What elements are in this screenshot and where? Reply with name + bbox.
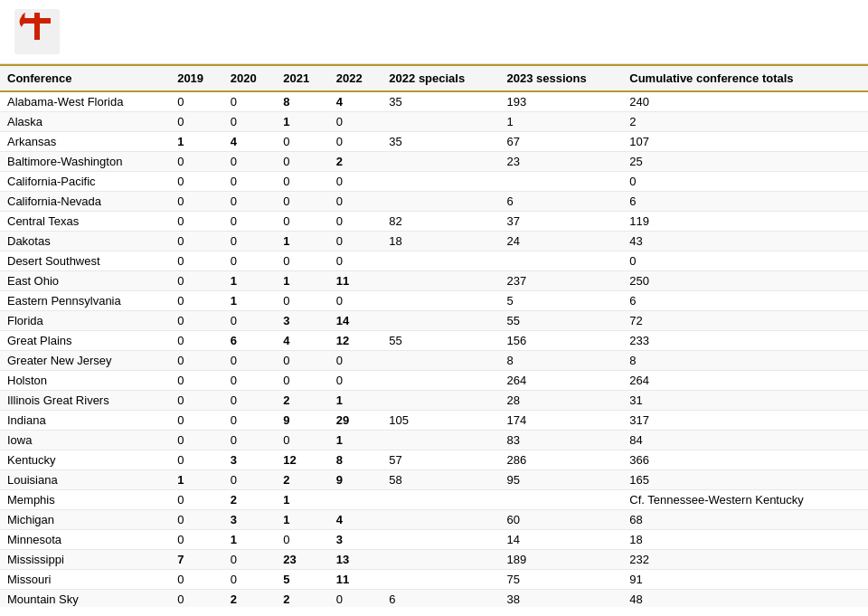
cell-0-1: 0 <box>170 91 223 112</box>
cell-12-2: 6 <box>223 331 277 351</box>
cell-15-4: 1 <box>329 391 382 411</box>
cell-10-4: 0 <box>329 291 382 311</box>
cell-25-2: 2 <box>223 590 277 608</box>
cell-2-1: 1 <box>170 132 223 152</box>
cell-20-0: Memphis <box>0 490 170 510</box>
cell-5-5 <box>382 192 499 212</box>
cell-0-3: 8 <box>276 91 329 112</box>
cell-13-2: 0 <box>223 351 277 371</box>
cell-4-2: 0 <box>223 172 277 192</box>
cell-24-5 <box>382 570 499 590</box>
cell-0-6: 193 <box>499 91 622 112</box>
cell-8-5 <box>382 251 499 271</box>
cell-13-7: 8 <box>622 351 868 371</box>
cell-14-4: 0 <box>329 371 382 391</box>
cell-4-3: 0 <box>276 172 329 192</box>
table-row: Desert Southwest00000 <box>0 251 868 271</box>
cell-19-6: 95 <box>499 470 622 490</box>
col-header-7: Cumulative conference totals <box>622 65 868 91</box>
cell-21-6: 60 <box>499 510 622 530</box>
cell-14-1: 0 <box>170 371 223 391</box>
cell-15-5 <box>382 391 499 411</box>
table-row: East Ohio01111237250 <box>0 271 868 291</box>
cell-13-5 <box>382 351 499 371</box>
cell-5-0: California-Nevada <box>0 192 170 212</box>
cell-11-1: 0 <box>170 311 223 331</box>
cell-5-1: 0 <box>170 192 223 212</box>
cell-22-1: 0 <box>170 530 223 550</box>
cell-6-6: 37 <box>499 212 622 232</box>
cell-1-7: 2 <box>622 112 868 132</box>
cell-17-7: 84 <box>622 431 868 450</box>
cell-10-1: 0 <box>170 291 223 311</box>
cell-24-0: Missouri <box>0 570 170 590</box>
cell-12-0: Great Plains <box>0 331 170 351</box>
cell-5-3: 0 <box>276 192 329 212</box>
table-row: Illinois Great Rivers00212831 <box>0 391 868 411</box>
cell-12-4: 12 <box>329 331 382 351</box>
cell-3-2: 0 <box>223 152 277 172</box>
svg-rect-2 <box>24 18 51 24</box>
cell-19-3: 2 <box>276 470 329 490</box>
cell-25-7: 48 <box>622 590 868 608</box>
cell-6-0: Central Texas <box>0 212 170 232</box>
data-table-container[interactable]: Conference20192020202120222022 specials2… <box>0 64 868 607</box>
cell-7-5: 18 <box>382 232 499 251</box>
cell-10-2: 1 <box>223 291 277 311</box>
cell-18-2: 3 <box>223 450 277 470</box>
table-row: Central Texas00008237119 <box>0 212 868 232</box>
cell-3-1: 0 <box>170 152 223 172</box>
cell-23-2: 0 <box>223 550 277 570</box>
cell-6-3: 0 <box>276 212 329 232</box>
cell-2-0: Arkansas <box>0 132 170 152</box>
cell-7-4: 0 <box>329 232 382 251</box>
table-row: Greater New Jersey000088 <box>0 351 868 371</box>
cell-22-3: 0 <box>276 530 329 550</box>
cell-5-2: 0 <box>223 192 277 212</box>
cell-23-4: 13 <box>329 550 382 570</box>
cell-6-7: 119 <box>622 212 868 232</box>
um-news-logo <box>14 9 60 54</box>
cell-0-2: 0 <box>223 91 277 112</box>
table-row: Indiana00929105174317 <box>0 411 868 431</box>
table-row: California-Nevada000066 <box>0 192 868 212</box>
cell-24-7: 91 <box>622 570 868 590</box>
col-header-6: 2023 sessions <box>499 65 622 91</box>
table-body: Alabama-West Florida008435193240Alaska00… <box>0 91 868 607</box>
cell-9-6: 237 <box>499 271 622 291</box>
cell-11-2: 0 <box>223 311 277 331</box>
col-header-5: 2022 specials <box>382 65 499 91</box>
cell-15-6: 28 <box>499 391 622 411</box>
cell-25-6: 38 <box>499 590 622 608</box>
cell-4-1: 0 <box>170 172 223 192</box>
cell-16-3: 9 <box>276 411 329 431</box>
cell-15-0: Illinois Great Rivers <box>0 391 170 411</box>
col-header-2: 2020 <box>223 65 277 91</box>
table-row: Great Plains0641255156233 <box>0 331 868 351</box>
cell-21-4: 4 <box>329 510 382 530</box>
page-header <box>0 0 868 64</box>
cell-4-7: 0 <box>622 172 868 192</box>
table-row: Mississippi702313189232 <box>0 550 868 570</box>
cell-10-6: 5 <box>499 291 622 311</box>
cell-17-3: 0 <box>276 431 329 450</box>
cell-16-7: 317 <box>622 411 868 431</box>
cell-4-4: 0 <box>329 172 382 192</box>
cell-20-3: 1 <box>276 490 329 510</box>
cell-19-7: 165 <box>622 470 868 490</box>
cell-24-4: 11 <box>329 570 382 590</box>
cell-17-0: Iowa <box>0 431 170 450</box>
cell-8-1: 0 <box>170 251 223 271</box>
cell-19-0: Louisiana <box>0 470 170 490</box>
cell-9-5 <box>382 271 499 291</box>
cell-17-4: 1 <box>329 431 382 450</box>
cell-22-2: 1 <box>223 530 277 550</box>
cell-20-6 <box>499 490 622 510</box>
cell-17-5 <box>382 431 499 450</box>
cell-13-1: 0 <box>170 351 223 371</box>
cell-4-5 <box>382 172 499 192</box>
cell-18-3: 12 <box>276 450 329 470</box>
cell-15-3: 2 <box>276 391 329 411</box>
cell-1-2: 0 <box>223 112 277 132</box>
cell-13-4: 0 <box>329 351 382 371</box>
